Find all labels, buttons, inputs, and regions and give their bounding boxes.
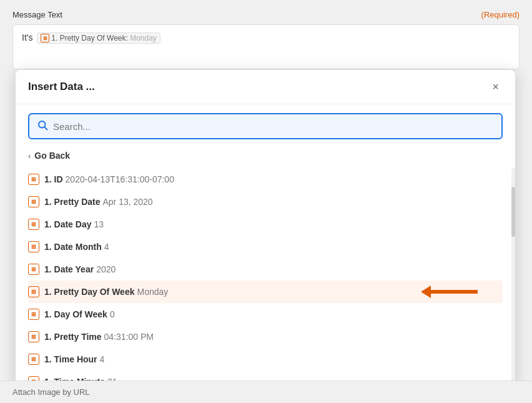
go-back-chevron-icon: ‹	[28, 151, 31, 161]
go-back-row[interactable]: ‹ Go Back	[16, 148, 515, 168]
item-value: 04:31:00 PM	[104, 332, 154, 342]
item-value: 13	[94, 219, 104, 229]
list-item[interactable]: ⊞1. Pretty Date Apr 13, 2020	[28, 191, 503, 213]
item-label: 1. Pretty Time	[44, 332, 102, 342]
item-label: 1. Date Day	[44, 219, 91, 229]
item-label: 1. Date Month	[44, 242, 102, 252]
modal-overlay: Insert Data ... × ‹ Go Back ⊞1. I	[0, 0, 532, 403]
svg-line-1	[44, 127, 47, 129]
item-type-icon: ⊞	[28, 241, 39, 252]
bottom-bar-label: Attach Image by URL	[12, 387, 90, 397]
item-label: 1. Pretty Date	[44, 197, 100, 207]
bottom-bar: Attach Image by URL	[0, 381, 532, 403]
modal-list: ⊞1. ID 2020-04-13T16:31:00-07:00⊞1. Pret…	[16, 168, 515, 393]
modal-header: Insert Data ... ×	[16, 70, 515, 104]
search-wrapper[interactable]	[28, 113, 503, 139]
list-item[interactable]: ⊞1. Date Year 2020	[28, 258, 503, 281]
item-type-icon: ⊞	[28, 331, 39, 342]
item-value: Apr 13, 2020	[102, 197, 152, 207]
modal-close-button[interactable]: ×	[488, 80, 503, 94]
highlight-arrow	[421, 286, 478, 298]
item-value: 2020-04-13T16:31:00-07:00	[66, 174, 174, 184]
item-type-icon: ⊞	[28, 196, 39, 207]
item-value: 4	[100, 354, 105, 364]
item-type-icon: ⊞	[28, 286, 39, 297]
item-value: 2020	[96, 264, 116, 274]
list-item[interactable]: ⊞1. Date Month 4	[28, 236, 503, 258]
item-label: 1. Date Year	[44, 264, 94, 274]
modal-search-area	[16, 104, 515, 148]
item-label: 1. Pretty Day Of Week	[44, 287, 134, 297]
list-item[interactable]: ⊞1. Pretty Day Of Week Monday	[28, 281, 503, 303]
go-back-label: Go Back	[34, 151, 70, 161]
list-item[interactable]: ⊞1. Time Hour 4	[28, 348, 503, 371]
list-item[interactable]: ⊞1. Date Day 13	[28, 213, 503, 236]
item-type-icon: ⊞	[28, 354, 39, 365]
item-type-icon: ⊞	[28, 309, 39, 320]
list-item[interactable]: ⊞1. ID 2020-04-13T16:31:00-07:00	[28, 168, 503, 191]
insert-data-modal: Insert Data ... × ‹ Go Back ⊞1. I	[16, 70, 515, 393]
scrollbar-thumb[interactable]	[511, 187, 515, 237]
list-item[interactable]: ⊞1. Day Of Week 0	[28, 303, 503, 326]
search-icon	[37, 119, 48, 133]
item-type-icon: ⊞	[28, 219, 39, 230]
scrollbar-track	[511, 168, 515, 393]
list-item[interactable]: ⊞1. Pretty Time 04:31:00 PM	[28, 326, 503, 348]
item-label: 1. ID	[44, 174, 63, 184]
item-label: 1. Day Of Week	[44, 309, 107, 319]
item-label: 1. Time Hour	[44, 354, 97, 364]
item-value: 0	[110, 309, 115, 319]
item-type-icon: ⊞	[28, 174, 39, 185]
modal-title: Insert Data ...	[28, 81, 95, 93]
item-type-icon: ⊞	[28, 264, 39, 275]
search-input[interactable]	[53, 121, 494, 132]
item-value: 4	[104, 242, 109, 252]
item-value: Monday	[137, 287, 168, 297]
